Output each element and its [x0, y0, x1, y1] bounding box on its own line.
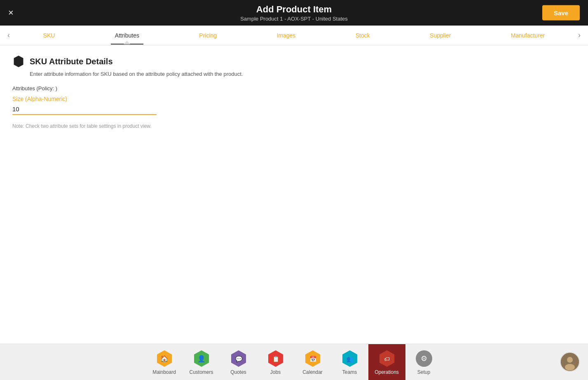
customers-label: Customers [189, 369, 213, 375]
tab-attributes[interactable]: Attributes [111, 27, 143, 44]
header: × Add Product Item Sample Product 1 - AO… [0, 0, 588, 26]
svg-text:⚙: ⚙ [421, 354, 427, 363]
svg-point-18 [567, 357, 573, 363]
section-header: SKU Attribute Details [12, 55, 576, 68]
svg-text:👥: 👥 [346, 356, 354, 363]
bottom-nav: 🏠 Mainboard 👤 Customers 💬 Quotes 📋 Jobs … [0, 344, 588, 380]
nav-item-teams[interactable]: 👥 Teams [331, 344, 368, 380]
svg-text:💬: 💬 [235, 356, 242, 363]
svg-text:📅: 📅 [309, 356, 316, 363]
size-field-input[interactable] [12, 104, 157, 115]
quotes-label: Quotes [230, 369, 246, 375]
nav-item-quotes[interactable]: 💬 Quotes [220, 344, 257, 380]
save-button[interactable]: Save [542, 5, 580, 21]
section-title: SKU Attribute Details [30, 57, 113, 66]
header-title-group: Add Product Item Sample Product 1 - AOX-… [240, 4, 348, 22]
setup-icon: ⚙ [415, 350, 433, 368]
teams-icon: 👥 [341, 350, 359, 368]
attributes-form-group: Attributes (Policy: ) Size (Alpha-Numeri… [12, 85, 576, 115]
nav-item-mainboard[interactable]: 🏠 Mainboard [146, 344, 183, 380]
svg-point-19 [565, 364, 575, 371]
page-subtitle: Sample Product 1 - AOX-SPT - United Stat… [240, 16, 348, 22]
avatar[interactable] [560, 352, 580, 372]
main-content: SKU Attribute Details Enter attribute in… [0, 45, 588, 344]
close-button[interactable]: × [8, 8, 14, 17]
setup-label: Setup [417, 369, 430, 375]
section-desc: Enter attribute information for SKU base… [30, 71, 576, 77]
jobs-label: Jobs [270, 369, 281, 375]
tabs-next-arrow[interactable]: › [575, 31, 584, 40]
teams-label: Teams [342, 369, 357, 375]
tab-supplier[interactable]: Supplier [426, 27, 455, 44]
nav-item-customers[interactable]: 👤 Customers [183, 344, 220, 380]
tab-stock[interactable]: Stock [351, 27, 374, 44]
note-text: Note: Check two attribute sets for table… [12, 123, 576, 129]
nav-item-setup[interactable]: ⚙ Setup [405, 344, 443, 380]
tab-manufacturer[interactable]: Manufacturer [507, 27, 549, 44]
operations-label: Operations [375, 369, 399, 375]
mainboard-label: Mainboard [152, 369, 176, 375]
size-field-label: Size (Alpha-Numeric) [12, 96, 576, 102]
tabs-container: ‹ SKU Attributes Pricing Images Stock Su… [0, 26, 588, 45]
customers-icon: 👤 [192, 350, 211, 368]
svg-text:📋: 📋 [272, 356, 279, 363]
svg-text:👤: 👤 [197, 355, 206, 363]
tab-sku[interactable]: SKU [39, 27, 59, 44]
tab-pricing[interactable]: Pricing [195, 27, 221, 44]
tabs-list: SKU Attributes Pricing Images Stock Supp… [13, 27, 575, 44]
calendar-icon: 📅 [304, 350, 322, 368]
tab-images[interactable]: Images [272, 27, 300, 44]
calendar-label: Calendar [302, 369, 323, 375]
nav-item-calendar[interactable]: 📅 Calendar [294, 344, 331, 380]
jobs-icon: 📋 [267, 350, 285, 368]
page-title: Add Product Item [240, 4, 348, 15]
svg-marker-0 [14, 56, 23, 67]
nav-item-operations[interactable]: 🏷 Operations [368, 344, 405, 380]
tabs-prev-arrow[interactable]: ‹ [4, 31, 13, 40]
avatar-image [561, 353, 579, 371]
operations-icon: 🏷 [378, 350, 396, 368]
mainboard-icon: 🏠 [155, 350, 173, 368]
attributes-policy-label: Attributes (Policy: ) [12, 85, 576, 91]
svg-text:🏷: 🏷 [384, 356, 390, 362]
sku-attribute-icon [12, 55, 25, 68]
svg-text:🏠: 🏠 [160, 355, 169, 363]
quotes-icon: 💬 [230, 350, 248, 368]
nav-item-jobs[interactable]: 📋 Jobs [257, 344, 294, 380]
